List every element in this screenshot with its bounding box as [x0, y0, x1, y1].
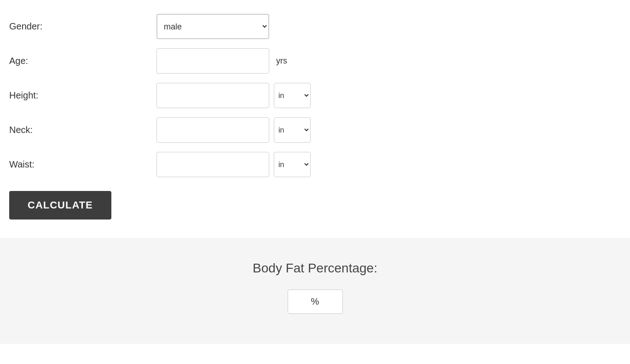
- waist-row: Waist: in cm: [9, 152, 621, 177]
- neck-unit-select[interactable]: in cm: [274, 117, 311, 143]
- height-unit-select[interactable]: in cm: [274, 83, 311, 108]
- gender-select[interactable]: male female: [156, 14, 269, 39]
- waist-unit-select[interactable]: in cm: [274, 152, 311, 177]
- age-controls: yrs: [156, 48, 287, 74]
- gender-label: Gender:: [9, 21, 156, 32]
- waist-controls: in cm: [156, 152, 311, 177]
- age-row: Age: yrs: [9, 48, 621, 74]
- form-section: Gender: male female Age: yrs Height: in …: [0, 0, 630, 238]
- gender-controls: male female: [156, 14, 269, 39]
- result-title: Body Fat Percentage:: [9, 261, 621, 276]
- age-unit: yrs: [276, 56, 287, 66]
- neck-controls: in cm: [156, 117, 311, 143]
- age-input[interactable]: [156, 48, 269, 74]
- calculate-button[interactable]: CALCULATE: [9, 191, 111, 220]
- height-input[interactable]: [156, 83, 269, 108]
- neck-label: Neck:: [9, 125, 156, 135]
- height-label: Height:: [9, 90, 156, 101]
- waist-label: Waist:: [9, 159, 156, 170]
- result-value: %: [288, 289, 343, 314]
- neck-row: Neck: in cm: [9, 117, 621, 143]
- height-controls: in cm: [156, 83, 311, 108]
- waist-input[interactable]: [156, 152, 269, 177]
- neck-input[interactable]: [156, 117, 269, 143]
- age-label: Age:: [9, 56, 156, 66]
- height-row: Height: in cm: [9, 83, 621, 108]
- gender-row: Gender: male female: [9, 14, 621, 39]
- result-section: Body Fat Percentage: %: [0, 238, 630, 344]
